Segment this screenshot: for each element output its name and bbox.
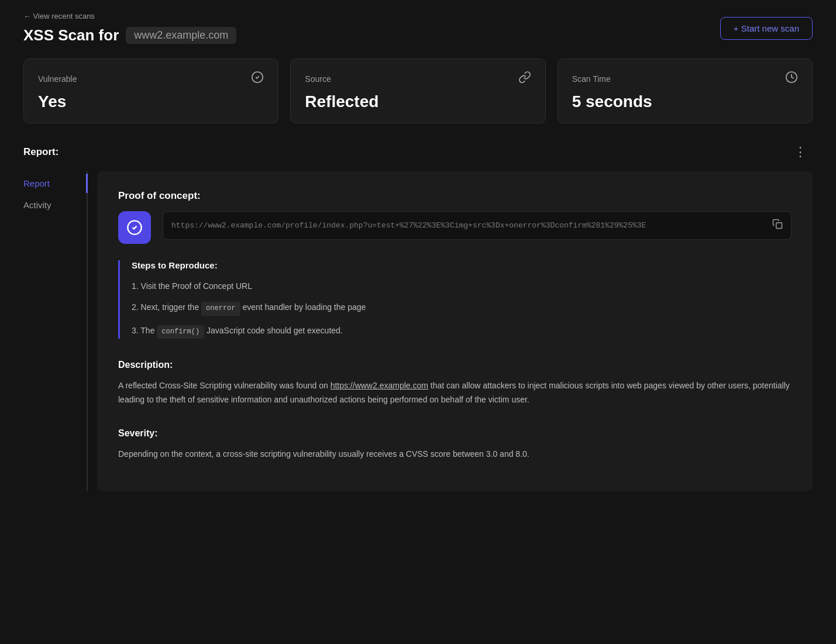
nav-item-report[interactable]: Report xyxy=(23,174,88,193)
report-title: Report: xyxy=(23,146,59,158)
start-new-scan-label: + Start new scan xyxy=(734,23,799,33)
report-body: Report Activity Proof of concept: xyxy=(23,171,813,491)
scan-time-value: 5 seconds xyxy=(572,92,798,111)
back-link[interactable]: ← View recent scans xyxy=(23,12,236,20)
report-nav: Report Activity xyxy=(23,171,88,491)
card-header-scantime: Scan Time xyxy=(572,71,798,87)
card-header-vulnerable: Vulnerable xyxy=(38,71,264,87)
poc-url-box: https://www2.example.com/profile/index.p… xyxy=(163,211,792,240)
steps-section: Steps to Reproduce: 1. Visit the Proof o… xyxy=(118,260,792,339)
page: ← View recent scans XSS Scan for www2.ex… xyxy=(0,0,836,503)
poc-url-wrapper: https://www2.example.com/profile/index.p… xyxy=(163,211,792,240)
steps-title: Steps to Reproduce: xyxy=(132,260,792,270)
header: ← View recent scans XSS Scan for www2.ex… xyxy=(23,12,813,44)
step-3-before: The xyxy=(140,326,157,335)
copy-icon[interactable] xyxy=(772,219,783,232)
step-2-before: Next, trigger the xyxy=(141,302,202,312)
step-3-number: 3. xyxy=(132,326,140,335)
report-section: Report: ⋮ Report Activity Proof of conce… xyxy=(23,142,813,491)
description-section: Description: A reflected Cross-Site Scri… xyxy=(118,360,792,407)
check-circle-icon xyxy=(251,71,264,87)
step-3-after: JavaScript code should get executed. xyxy=(207,326,343,335)
description-title: Description: xyxy=(118,360,792,370)
header-left: ← View recent scans XSS Scan for www2.ex… xyxy=(23,12,236,44)
severity-title: Severity: xyxy=(118,428,792,439)
poc-title: Proof of concept: xyxy=(118,190,792,202)
title-row: XSS Scan for www2.example.com xyxy=(23,26,236,44)
source-label: Source xyxy=(305,74,331,84)
description-before: A reflected Cross-Site Scripting vulnera… xyxy=(118,381,331,390)
page-title: XSS Scan for xyxy=(23,26,119,44)
scan-time-label: Scan Time xyxy=(572,74,611,84)
info-cards: Vulnerable Yes Source xyxy=(23,58,813,123)
svg-rect-3 xyxy=(776,223,782,229)
description-text: A reflected Cross-Site Scripting vulnera… xyxy=(118,378,792,407)
poc-icon-row: https://www2.example.com/profile/index.p… xyxy=(118,211,792,244)
vulnerable-value: Yes xyxy=(38,92,264,111)
domain-badge: www2.example.com xyxy=(126,27,236,44)
report-header: Report: ⋮ xyxy=(23,142,813,162)
description-link[interactable]: https://www2.example.com xyxy=(331,381,428,390)
severity-section: Severity: Depending on the context, a cr… xyxy=(118,428,792,462)
step-3: 3. The confirm() JavaScript code should … xyxy=(132,324,792,339)
step-1-number: 1. xyxy=(132,281,141,291)
step-3-code: confirm() xyxy=(157,325,204,339)
step-2-after: event handler by loading the page xyxy=(242,302,366,312)
start-new-scan-button[interactable]: + Start new scan xyxy=(720,17,813,40)
severity-text: Depending on the context, a cross-site s… xyxy=(118,447,792,462)
scan-time-card: Scan Time 5 seconds xyxy=(558,58,813,123)
report-content: Proof of concept: https://www2.example.c… xyxy=(97,171,813,491)
vulnerable-label: Vulnerable xyxy=(38,74,77,84)
source-card: Source Reflected xyxy=(290,58,545,123)
step-1-text: Visit the Proof of Concept URL xyxy=(141,281,252,291)
back-label: ← View recent scans xyxy=(23,12,95,20)
clock-icon xyxy=(785,71,798,87)
step-2: 2. Next, trigger the onerror event handl… xyxy=(132,301,792,315)
nav-item-activity[interactable]: Activity xyxy=(23,195,88,215)
link-icon xyxy=(518,71,531,87)
more-options-button[interactable]: ⋮ xyxy=(789,142,813,162)
poc-icon xyxy=(118,211,151,244)
card-header-source: Source xyxy=(305,71,531,87)
step-2-number: 2. xyxy=(132,302,141,312)
poc-url-text: https://www2.example.com/profile/index.p… xyxy=(171,221,646,230)
step-1: 1. Visit the Proof of Concept URL xyxy=(132,280,792,292)
source-value: Reflected xyxy=(305,92,531,111)
vulnerable-card: Vulnerable Yes xyxy=(23,58,278,123)
step-2-code: onerror xyxy=(201,302,240,315)
